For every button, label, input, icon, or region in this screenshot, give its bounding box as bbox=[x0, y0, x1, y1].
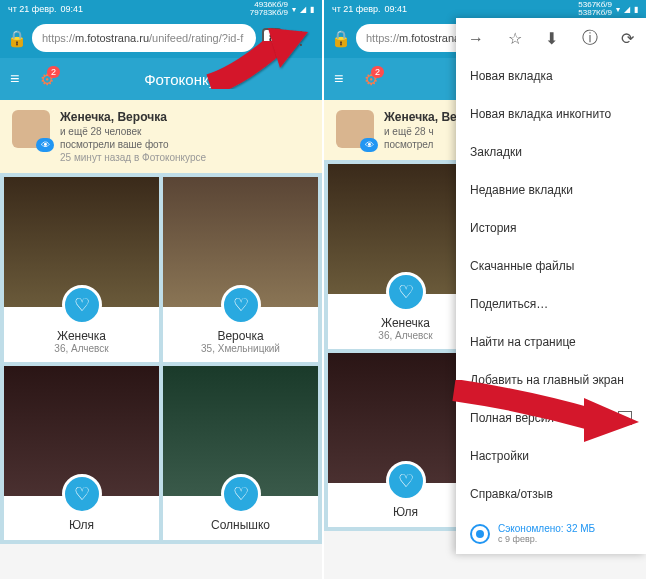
browser-url-bar: 🔒 https://m.fotostrana.ru/unifeed/rating… bbox=[0, 18, 322, 58]
url-prefix: https:// bbox=[42, 32, 75, 44]
battery-icon: ▮ bbox=[310, 5, 314, 14]
like-button[interactable]: ♡ bbox=[386, 272, 426, 312]
hamburger-icon[interactable]: ≡ bbox=[334, 70, 354, 88]
phone-left: чт 21 февр. 09:41 4936Кб/9 79783Кб/9 ▾ ◢… bbox=[0, 0, 324, 579]
avatar: 👁 bbox=[12, 110, 50, 148]
menu-item-share[interactable]: Поделиться… bbox=[456, 285, 646, 323]
refresh-icon[interactable]: ⟳ bbox=[621, 29, 634, 48]
menu-item-history[interactable]: История bbox=[456, 209, 646, 247]
like-button[interactable]: ♡ bbox=[221, 474, 261, 514]
photo-card[interactable]: ♡ Женечка 36, Алчевск bbox=[4, 177, 159, 362]
card-location: 35, Хмельницкий bbox=[167, 343, 314, 354]
app-header: ≡ ⚙ 2 Фотоконкурс bbox=[0, 58, 322, 100]
url-host: m.fotostrana.ru bbox=[75, 32, 149, 44]
menu-item-downloads[interactable]: Скачанные файлы bbox=[456, 247, 646, 285]
download-icon[interactable]: ⬇ bbox=[545, 29, 558, 48]
menu-dots-button[interactable]: ⋮ bbox=[288, 27, 314, 49]
filter-button[interactable]: ⚙ 2 bbox=[40, 70, 54, 89]
photo-image: ♡ bbox=[4, 177, 159, 307]
like-button[interactable]: ♡ bbox=[62, 285, 102, 325]
photo-image: ♡ bbox=[163, 177, 318, 307]
avatar: 👁 bbox=[336, 110, 374, 148]
status-date: чт 21 февр. bbox=[8, 4, 57, 14]
card-name: Женечка bbox=[8, 329, 155, 343]
photo-card[interactable]: ♡ Солнышко bbox=[163, 366, 318, 540]
menu-item-bookmarks[interactable]: Закладки bbox=[456, 133, 646, 171]
signal-icon: ◢ bbox=[300, 5, 306, 14]
wifi-icon: ▾ bbox=[616, 5, 620, 14]
menu-item-find[interactable]: Найти на странице bbox=[456, 323, 646, 361]
card-name: Солнышко bbox=[167, 518, 314, 532]
lock-icon: 🔒 bbox=[8, 29, 26, 47]
photo-card[interactable]: ♡ Верочка 35, Хмельницкий bbox=[163, 177, 318, 362]
wifi-icon: ▾ bbox=[292, 5, 296, 14]
menu-item-recent[interactable]: Недавние вкладки bbox=[456, 171, 646, 209]
data-saver-text: Сэкономлено: 32 МБ bbox=[498, 523, 595, 534]
like-button[interactable]: ♡ bbox=[221, 285, 261, 325]
notice-sub3: 25 минут назад в Фотоконкурсе bbox=[60, 152, 206, 163]
status-time: 09:41 bbox=[385, 4, 408, 14]
photo-image: ♡ bbox=[4, 366, 159, 496]
status-date: чт 21 февр. bbox=[332, 4, 381, 14]
page-title: Фотоконкурс bbox=[64, 71, 312, 88]
menu-item-add-home[interactable]: Добавить на главный экран bbox=[456, 361, 646, 399]
card-name: Верочка bbox=[167, 329, 314, 343]
data-saver-date: с 9 февр. bbox=[498, 534, 595, 544]
photo-image: ♡ bbox=[163, 366, 318, 496]
filter-badge: 2 bbox=[371, 66, 384, 78]
menu-toolbar: → ☆ ⬇ ⓘ ⟳ bbox=[456, 18, 646, 57]
url-prefix: https:// bbox=[366, 32, 399, 44]
desktop-checkbox[interactable] bbox=[618, 411, 632, 425]
tab-count-button[interactable]: 8 bbox=[262, 28, 282, 48]
url-path: /unifeed/rating/?id-f bbox=[149, 32, 243, 44]
status-time: 09:41 bbox=[61, 4, 84, 14]
eye-icon: 👁 bbox=[360, 138, 378, 152]
photo-grid: ♡ Женечка 36, Алчевск ♡ Верочка 35, Хмел… bbox=[0, 173, 322, 544]
info-icon[interactable]: ⓘ bbox=[582, 28, 598, 49]
battery-icon: ▮ bbox=[634, 5, 638, 14]
notice-sub2: посмотрели ваше фото bbox=[60, 139, 206, 150]
menu-item-settings[interactable]: Настройки bbox=[456, 437, 646, 475]
data-saver-icon bbox=[470, 524, 490, 544]
status-net-2: 5387Кб/9 bbox=[578, 9, 612, 17]
card-name: Юля bbox=[8, 518, 155, 532]
star-icon[interactable]: ☆ bbox=[508, 29, 522, 48]
status-net-2: 79783Кб/9 bbox=[250, 9, 288, 17]
eye-icon: 👁 bbox=[36, 138, 54, 152]
phone-right: чт 21 февр. 09:41 5367Кб/9 5387Кб/9 ▾ ◢ … bbox=[324, 0, 648, 579]
hamburger-icon[interactable]: ≡ bbox=[10, 70, 30, 88]
data-saver-info[interactable]: Сэкономлено: 32 МБ с 9 февр. bbox=[456, 513, 646, 554]
lock-icon: 🔒 bbox=[332, 29, 350, 47]
status-bar: чт 21 февр. 09:41 5367Кб/9 5387Кб/9 ▾ ◢ … bbox=[324, 0, 646, 18]
menu-item-incognito[interactable]: Новая вкладка инкогнито bbox=[456, 95, 646, 133]
notice-title: Женечка, Верочка bbox=[60, 110, 206, 124]
card-location: 36, Алчевск bbox=[8, 343, 155, 354]
notification-banner[interactable]: 👁 Женечка, Верочка и ещё 28 человек посм… bbox=[0, 100, 322, 173]
forward-icon[interactable]: → bbox=[468, 30, 484, 48]
url-field[interactable]: https://m.fotostrana.ru/unifeed/rating/?… bbox=[32, 24, 256, 52]
menu-item-desktop[interactable]: Полная версия bbox=[456, 399, 646, 437]
status-bar: чт 21 февр. 09:41 4936Кб/9 79783Кб/9 ▾ ◢… bbox=[0, 0, 322, 18]
like-button[interactable]: ♡ bbox=[386, 461, 426, 501]
filter-button[interactable]: ⚙ 2 bbox=[364, 70, 378, 89]
signal-icon: ◢ bbox=[624, 5, 630, 14]
like-button[interactable]: ♡ bbox=[62, 474, 102, 514]
photo-card[interactable]: ♡ Юля bbox=[4, 366, 159, 540]
notice-sub1: и ещё 28 человек bbox=[60, 126, 206, 137]
menu-item-new-tab[interactable]: Новая вкладка bbox=[456, 57, 646, 95]
filter-badge: 2 bbox=[47, 66, 60, 78]
browser-menu-dropdown: → ☆ ⬇ ⓘ ⟳ Новая вкладка Новая вкладка ин… bbox=[456, 18, 646, 554]
menu-item-help[interactable]: Справка/отзыв bbox=[456, 475, 646, 513]
